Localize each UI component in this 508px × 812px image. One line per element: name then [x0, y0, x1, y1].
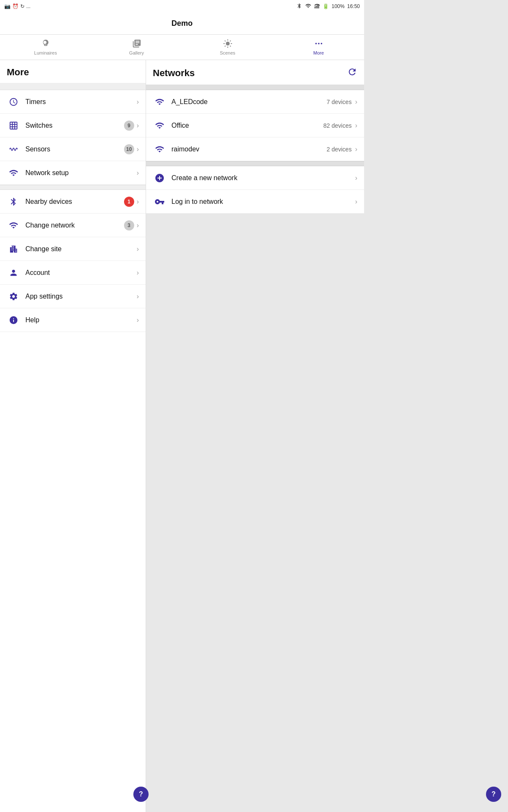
account-label: Account — [25, 269, 137, 277]
network-item-aledcode[interactable]: A_LEDcode 7 devices › — [146, 90, 364, 114]
action-login-network[interactable]: Log in to network › — [146, 190, 364, 214]
svg-rect-8 — [10, 122, 17, 129]
right-panel-header: Networks — [146, 60, 364, 85]
help-label: Help — [25, 316, 137, 324]
more-dots-icon — [314, 39, 323, 49]
battery-icon: 🔋 — [323, 3, 329, 9]
nearby-devices-chevron: › — [137, 198, 139, 206]
network-name-raimodev: raimodev — [171, 145, 327, 153]
sensors-chevron: › — [137, 145, 139, 153]
account-chevron: › — [137, 269, 139, 277]
svg-point-7 — [320, 43, 322, 44]
change-network-wifi-icon — [7, 221, 20, 230]
plus-circle-icon — [153, 173, 166, 183]
switches-badge: 9 — [124, 121, 134, 131]
tab-more[interactable]: More — [273, 36, 364, 59]
svg-rect-0 — [315, 6, 315, 8]
change-network-label: Change network — [25, 222, 124, 229]
network-devices-aledcode: 7 devices — [327, 99, 352, 105]
menu-item-app-settings[interactable]: App settings › — [0, 285, 146, 308]
switches-label: Switches — [25, 122, 124, 129]
scenes-tab-label: Scenes — [220, 50, 235, 55]
building-icon — [7, 244, 20, 254]
create-network-chevron: › — [355, 174, 357, 182]
battery-level: 100% — [331, 3, 345, 9]
scenes-icon — [223, 39, 232, 49]
signal-icon — [314, 3, 320, 10]
login-network-label: Log in to network — [171, 198, 355, 206]
gallery-icon — [132, 39, 141, 49]
menu-item-nearby-devices[interactable]: Nearby devices 1 › — [0, 190, 146, 214]
bluetooth-status-icon — [296, 3, 302, 10]
network-name-aledcode: A_LEDcode — [171, 98, 327, 106]
alarm-icon: ⏰ — [12, 3, 19, 9]
switches-chevron: › — [137, 122, 139, 129]
menu-item-change-site[interactable]: Change site › — [0, 237, 146, 261]
right-panel: Networks A_LEDcode 7 devices › Office 82… — [146, 60, 364, 812]
raimodev-chevron: › — [355, 145, 357, 153]
change-site-chevron: › — [137, 245, 139, 253]
gallery-tab-label: Gallery — [129, 50, 144, 55]
time-display: 16:50 — [347, 3, 360, 9]
status-right-icons: 🔋 100% 16:50 — [296, 3, 360, 10]
network-devices-office: 82 devices — [323, 122, 352, 129]
tab-bar: Luminaires Gallery Scenes More — [0, 35, 364, 60]
network-setup-label: Network setup — [25, 169, 137, 177]
tab-luminaires[interactable]: Luminaires — [0, 36, 91, 59]
menu-item-change-network[interactable]: Change network 3 › — [0, 214, 146, 237]
nearby-devices-badge: 1 — [124, 197, 134, 207]
menu-item-account[interactable]: Account › — [0, 261, 146, 285]
sensors-icon — [7, 145, 20, 154]
network-item-raimodev[interactable]: raimodev 2 devices › — [146, 137, 364, 161]
help-chevron: › — [137, 316, 139, 324]
menu-item-help[interactable]: Help › — [0, 308, 146, 332]
nearby-devices-label: Nearby devices — [25, 198, 124, 206]
timers-chevron: › — [137, 98, 139, 106]
title-bar: Demo — [0, 13, 364, 35]
timers-label: Timers — [25, 98, 137, 106]
app-settings-chevron: › — [137, 293, 139, 300]
menu-item-network-setup[interactable]: Network setup › — [0, 161, 146, 185]
network-devices-raimodev: 2 devices — [327, 146, 352, 153]
wifi-office-icon — [153, 121, 166, 130]
svg-point-6 — [318, 43, 320, 44]
aledcode-chevron: › — [355, 98, 357, 106]
status-left-icons: 📷 ⏰ ↻ ... — [4, 3, 30, 9]
svg-point-4 — [226, 41, 229, 45]
network-setup-chevron: › — [137, 169, 139, 177]
create-network-label: Create a new network — [171, 174, 355, 182]
app-settings-label: App settings — [25, 293, 137, 300]
tab-gallery[interactable]: Gallery — [91, 36, 182, 59]
camera-icon: 📷 — [4, 3, 11, 9]
menu-item-sensors[interactable]: Sensors 10 › — [0, 137, 146, 161]
sensors-badge: 10 — [124, 144, 134, 154]
networks-section-divider — [146, 85, 364, 90]
status-bar: 📷 ⏰ ↻ ... 🔋 100% 16:50 — [0, 0, 364, 13]
action-create-network[interactable]: Create a new network › — [146, 166, 364, 190]
dots-icon: ... — [26, 3, 30, 9]
help-button-left[interactable]: ? — [133, 787, 149, 802]
app-title: Demo — [171, 19, 193, 28]
change-site-label: Change site — [25, 245, 137, 253]
left-panel: More Timers › Switches 9 › Sensors 10 — [0, 60, 146, 812]
svg-point-5 — [315, 43, 317, 44]
switches-icon — [7, 121, 20, 130]
person-icon — [7, 268, 20, 277]
network-item-office[interactable]: Office 82 devices › — [146, 114, 364, 137]
section-divider-top — [0, 83, 146, 90]
networks-title: Networks — [153, 68, 195, 79]
left-panel-title: More — [0, 60, 146, 83]
gear-icon — [7, 292, 20, 301]
tab-scenes[interactable]: Scenes — [182, 36, 273, 59]
change-network-chevron: › — [137, 222, 139, 229]
refresh-button[interactable] — [347, 67, 357, 80]
luminaires-tab-label: Luminaires — [34, 50, 57, 55]
menu-item-switches[interactable]: Switches 9 › — [0, 114, 146, 137]
sensors-label: Sensors — [25, 145, 124, 153]
menu-item-timers[interactable]: Timers › — [0, 90, 146, 114]
wifi-status-icon — [305, 3, 312, 10]
nearby-bluetooth-icon — [7, 197, 20, 206]
main-layout: More Timers › Switches 9 › Sensors 10 — [0, 60, 364, 812]
key-icon — [153, 197, 166, 207]
more-tab-label: More — [313, 50, 324, 55]
